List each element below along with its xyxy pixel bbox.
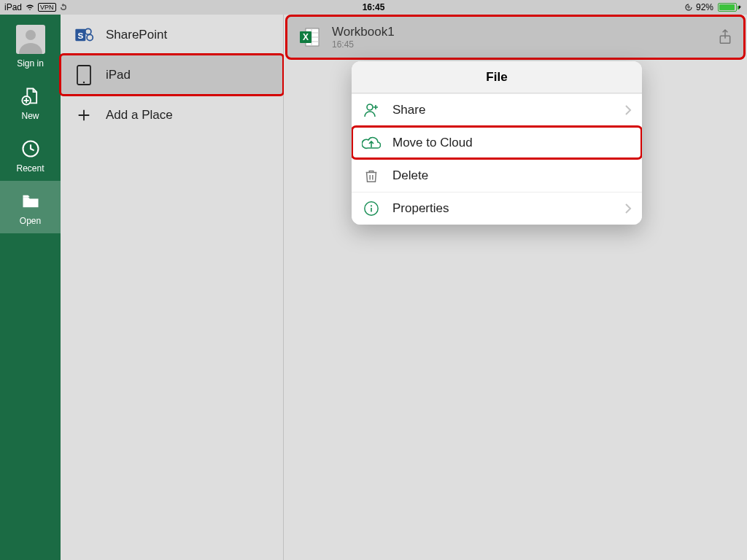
nav-label: New — [21, 111, 39, 121]
share-icon[interactable] — [718, 28, 732, 46]
nav-signin[interactable]: Sign in — [0, 15, 61, 76]
menu-label: Properties — [392, 201, 449, 216]
excel-icon: X — [298, 26, 322, 49]
svg-point-6 — [85, 28, 91, 34]
menu-label: Delete — [392, 168, 428, 183]
svg-point-7 — [87, 34, 93, 40]
menu-share[interactable]: Share — [352, 93, 642, 126]
menu-properties[interactable]: Properties — [352, 192, 642, 225]
avatar-icon — [16, 25, 45, 54]
svg-point-14 — [367, 104, 373, 110]
svg-point-16 — [371, 205, 372, 206]
svg-point-1 — [26, 30, 36, 40]
svg-point-9 — [83, 81, 85, 82]
clock-icon — [20, 139, 41, 159]
file-row[interactable]: X Workbook1 16:45 — [287, 16, 744, 58]
info-icon — [362, 201, 381, 217]
sidebar: Sign in New Recent Open — [0, 15, 61, 560]
file-name: Workbook1 — [332, 25, 395, 39]
place-label: Add a Place — [106, 108, 173, 122]
sharepoint-icon: S — [74, 25, 94, 45]
chevron-right-icon — [624, 203, 632, 214]
place-ipad[interactable]: iPad — [61, 55, 283, 95]
menu-label: Share — [392, 103, 425, 117]
svg-text:X: X — [303, 32, 309, 42]
nav-label: Sign in — [17, 58, 44, 69]
file-time: 16:45 — [332, 39, 395, 50]
nav-label: Open — [20, 216, 41, 226]
trash-icon — [362, 167, 381, 184]
nav-label: Recent — [16, 163, 44, 174]
status-time: 16:45 — [0, 2, 747, 12]
svg-text:S: S — [77, 30, 83, 39]
place-label: SharePoint — [106, 28, 167, 42]
menu-label: Move to Cloud — [392, 136, 473, 150]
nav-recent[interactable]: Recent — [0, 128, 61, 181]
status-bar: iPad VPN 16:45 92% — [0, 0, 747, 15]
popover-title: File — [352, 61, 642, 93]
file-popover: File Share Move to Cloud — [352, 61, 642, 225]
places-panel: S SharePoint iPad Add a Place — [61, 15, 284, 560]
menu-delete[interactable]: Delete — [352, 159, 642, 192]
menu-move-to-cloud[interactable]: Move to Cloud — [352, 126, 642, 159]
share-person-icon — [362, 101, 381, 119]
place-label: iPad — [106, 68, 131, 82]
folder-icon — [20, 191, 42, 211]
files-panel: X Workbook1 16:45 File Share — [284, 15, 747, 560]
place-add[interactable]: Add a Place — [61, 95, 283, 135]
plus-icon — [74, 107, 94, 123]
ipad-icon — [74, 64, 94, 86]
chevron-right-icon — [624, 104, 632, 116]
nav-open[interactable]: Open — [0, 181, 61, 233]
nav-new[interactable]: New — [0, 76, 61, 128]
place-sharepoint[interactable]: S SharePoint — [61, 15, 283, 55]
cloud-upload-icon — [362, 135, 381, 151]
new-doc-icon — [20, 86, 41, 106]
